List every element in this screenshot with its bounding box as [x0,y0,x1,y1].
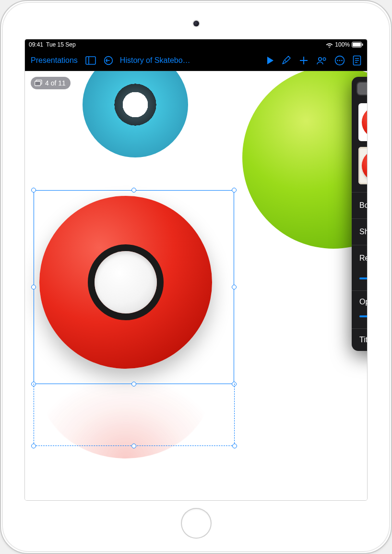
border-label: Border [359,201,367,210]
selection-box[interactable] [34,190,234,384]
back-button[interactable]: Presentations [28,54,81,67]
reflection-slider[interactable] [359,277,367,279]
collaborate-button[interactable] [313,54,330,67]
resize-handle-ml[interactable] [31,285,36,289]
battery-icon [352,42,363,48]
reflection-bounds [34,384,235,446]
battery-percent: 100% [335,41,350,48]
svg-rect-2 [362,44,363,46]
svg-point-8 [319,57,321,60]
svg-point-12 [339,60,341,61]
svg-rect-19 [35,82,41,86]
shadow-label: Shadow [359,228,367,236]
slide-counter-badge[interactable]: 4 of 11 [31,77,71,89]
undo-button[interactable] [101,54,116,67]
green-wheel-image [242,71,367,249]
reflection-handle-bm[interactable] [131,444,136,448]
title-caption-label: Title and Caption [359,336,367,344]
format-popover: Style Image Arrange Border [352,77,367,351]
status-bar: 09:41 Tue 15 Sep 100% [25,39,367,50]
more-button[interactable] [332,53,348,68]
home-button[interactable] [181,508,212,539]
wifi-icon [326,42,333,48]
svg-point-9 [323,58,326,60]
resize-handle-mr[interactable] [232,285,237,289]
front-camera [193,21,199,26]
slide-navigator-button[interactable] [83,54,99,67]
svg-rect-3 [86,57,95,64]
style-preset-1[interactable] [358,103,367,141]
status-date: Tue 15 Sep [46,41,76,48]
reflection-row: Reflection [352,245,367,271]
app-toolbar: Presentations History of Skatebo… [25,50,367,71]
document-title[interactable]: History of Skatebo… [118,56,192,65]
tab-style[interactable]: Style [357,83,367,95]
svg-point-11 [337,60,338,61]
status-time: 09:41 [29,41,43,48]
ipad-frame: 09:41 Tue 15 Sep 100% Presentations [0,0,392,554]
insert-button[interactable] [296,54,311,67]
blue-wheel-image [83,71,188,157]
opacity-header: Opacity [352,290,367,309]
opacity-slider[interactable] [359,315,367,317]
svg-point-13 [341,60,343,61]
reflection-slider-row: 91% [352,271,367,290]
opacity-label: Opacity [359,298,367,306]
slides-stack-icon [35,80,42,86]
presenter-notes-button[interactable] [350,53,364,68]
slide-counter-text: 4 of 11 [45,79,66,87]
play-button[interactable] [263,54,277,67]
reflection-handle-br[interactable] [232,444,237,448]
format-tabs: Style Image Arrange [356,82,367,96]
format-paintbrush-button[interactable] [279,53,294,68]
reflection-handle-bl[interactable] [31,444,36,448]
shadow-row: Shadow [352,218,367,245]
slide-canvas[interactable]: 4 of 11 Style Image Arrange [25,71,367,500]
opacity-slider-row: 100% [352,309,367,328]
style-preset-grid [352,100,367,192]
reflection-label: Reflection [359,254,367,263]
resize-handle-tm[interactable] [131,188,136,193]
resize-handle-tl[interactable] [31,188,36,193]
border-row: Border [352,192,367,218]
document-title-text: History of Skatebo… [120,56,190,65]
back-label: Presentations [31,56,78,65]
style-preset-4[interactable] [358,147,367,185]
resize-handle-tr[interactable] [232,188,237,193]
svg-rect-1 [353,43,361,47]
title-caption-row[interactable]: Title and Caption [352,328,367,351]
screen: 09:41 Tue 15 Sep 100% Presentations [25,39,367,500]
